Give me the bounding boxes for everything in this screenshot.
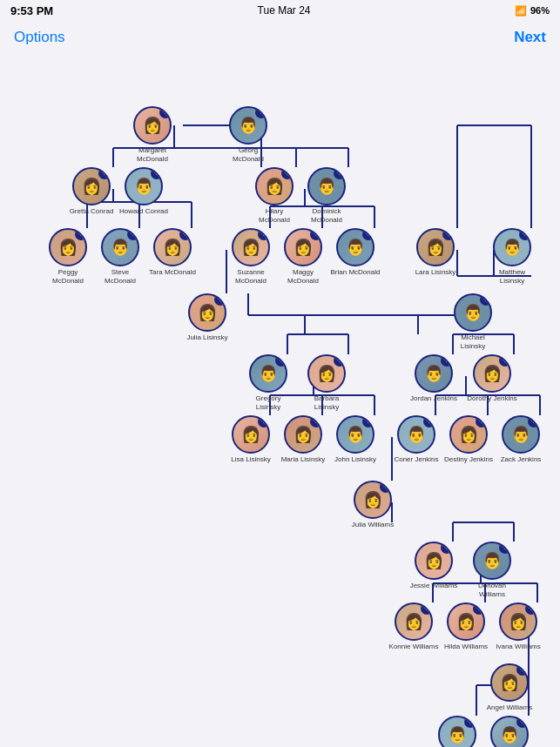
plus-button[interactable]: + — [75, 228, 87, 240]
person-coner[interactable]: + 👨 Coner Jenkins — [390, 415, 442, 464]
person-name: Tara McDonald — [149, 268, 196, 277]
person-avatar: + 👨 — [125, 167, 163, 205]
person-jordan[interactable]: + 👨 Jordan Jenkins — [408, 354, 460, 403]
person-donovan[interactable]: + 👨 Donovan Williams — [466, 542, 518, 598]
plus-button[interactable]: + — [473, 602, 485, 615]
plus-button[interactable]: + — [159, 106, 172, 118]
person-hilary[interactable]: + 👩 Hilary McDonald — [248, 167, 300, 224]
plus-button[interactable]: + — [480, 293, 492, 306]
plus-button[interactable]: + — [310, 228, 322, 240]
person-name: Coner Jenkins — [394, 455, 438, 464]
status-time: 9:53 PM — [10, 4, 53, 17]
person-destiny[interactable]: + 👩 Destiny Jenkins — [442, 415, 495, 464]
person-michael[interactable]: + 👨 Michael Lisinsky — [447, 293, 499, 350]
person-joshua[interactable]: + 👨 Joshua Williams — [431, 716, 483, 747]
person-gregory[interactable]: + 👨 Gregory Lisinsky — [242, 354, 294, 411]
next-button[interactable]: Next — [514, 29, 546, 46]
person-avatar: + 👩 — [232, 228, 270, 266]
plus-button[interactable]: + — [255, 106, 267, 118]
person-name: Lara Lisinsky — [415, 268, 456, 277]
person-peggy[interactable]: + 👩 Peggy McDonald — [42, 228, 94, 285]
person-avatar: + 👨 — [415, 354, 453, 393]
plus-button[interactable]: + — [281, 167, 293, 179]
plus-button[interactable]: + — [258, 415, 270, 427]
plus-button[interactable]: + — [464, 716, 476, 728]
person-dorothy[interactable]: + 👩 Dorothy Jenkins — [466, 354, 518, 403]
person-maggy[interactable]: + 👩 Maggy McDonald — [277, 228, 329, 285]
plus-button[interactable]: + — [519, 228, 531, 240]
person-georg[interactable]: + 👨 Georg McDonald — [222, 106, 274, 163]
plus-button[interactable]: + — [516, 663, 529, 676]
person-name: Angel Williams — [487, 703, 532, 712]
plus-button[interactable]: + — [423, 415, 435, 427]
person-jessie[interactable]: + 👩 Jessie Williams — [408, 542, 460, 590]
person-avatar: + 👨 — [229, 106, 267, 145]
person-tara[interactable]: + 👩 Tara McDonald — [146, 228, 199, 277]
plus-button[interactable]: + — [334, 354, 346, 367]
plus-button[interactable]: + — [127, 228, 139, 240]
person-avatar: + 👨 — [438, 716, 476, 747]
plus-button[interactable]: + — [442, 228, 455, 240]
plus-button[interactable]: + — [179, 228, 192, 240]
person-lisa[interactable]: + 👩 Lisa Lisinsky — [225, 415, 277, 464]
plus-button[interactable]: + — [362, 415, 374, 427]
plus-button[interactable]: + — [258, 228, 270, 240]
plus-button[interactable]: + — [214, 293, 226, 306]
person-dominick[interactable]: + 👨 Dominick McDonald — [300, 167, 353, 224]
person-zack[interactable]: + 👨 Zack Jenkins — [495, 415, 547, 464]
person-avatar: + 👨 — [397, 415, 435, 454]
person-name: Donovan Williams — [467, 582, 517, 598]
person-avatar: + 👨 — [336, 228, 374, 266]
plus-button[interactable]: + — [441, 354, 453, 367]
person-steve[interactable]: + 👨 Steve McDonald — [94, 228, 146, 285]
person-margaret[interactable]: + 👩 Margaret McDonald — [126, 106, 179, 163]
plus-button[interactable]: + — [151, 167, 163, 179]
plus-button[interactable]: + — [476, 415, 488, 427]
person-name: Jordan Jenkins — [410, 394, 457, 403]
person-ivana[interactable]: + 👩 Ivana Williams — [492, 602, 544, 651]
person-avatar: + 👩 — [72, 167, 111, 205]
plus-button[interactable]: + — [525, 602, 537, 615]
person-angel[interactable]: + 👩 Angel Williams — [483, 663, 536, 712]
person-avatar: + 👩 — [415, 542, 453, 580]
plus-button[interactable]: + — [499, 354, 511, 367]
plus-button[interactable]: + — [528, 415, 540, 427]
plus-button[interactable]: + — [421, 602, 433, 615]
person-name: Lisa Lisinsky — [231, 455, 270, 464]
plus-button[interactable]: + — [362, 228, 374, 240]
person-julia[interactable]: + 👩 Julia Lisinsky — [181, 293, 233, 342]
person-name: Steve McDonald — [95, 268, 145, 285]
plus-button[interactable]: + — [441, 542, 453, 554]
plus-button[interactable]: + — [310, 415, 322, 427]
person-barbara[interactable]: + 👩 Barbara Lisinsky — [300, 354, 353, 411]
person-howard[interactable]: + 👨 Howard Conrad — [118, 167, 170, 216]
person-gretta[interactable]: + 👩 Gretta Conrad — [65, 167, 118, 216]
person-avatar: + 👩 — [153, 228, 192, 266]
person-name: Zack Jenkins — [501, 455, 542, 464]
person-maria[interactable]: + 👩 Maria Lisinsky — [277, 415, 329, 464]
plus-button[interactable]: + — [98, 167, 111, 179]
options-button[interactable]: Options — [14, 29, 65, 46]
person-mark[interactable]: + 👨 Mark Williams — [483, 716, 536, 747]
plus-button[interactable]: + — [499, 542, 511, 554]
person-avatar: + 👩 — [188, 293, 226, 332]
person-matthew[interactable]: + 👨 Matthew Lisinsky — [486, 228, 538, 285]
plus-button[interactable]: + — [516, 716, 529, 728]
person-brian[interactable]: + 👨 Brian McDonald — [329, 228, 381, 277]
person-julia2[interactable]: + 👩 Julia Williams — [347, 481, 399, 529]
person-name: Georg McDonald — [223, 146, 273, 163]
person-name: Hilary McDonald — [249, 207, 300, 224]
status-day: Tue Mar 24 — [258, 4, 311, 17]
plus-button[interactable]: + — [275, 354, 287, 367]
plus-button[interactable]: + — [334, 167, 346, 179]
person-john[interactable]: + 👨 John Lisinsky — [329, 415, 381, 464]
person-lara[interactable]: + 👩 Lara Lisinsky — [409, 228, 462, 277]
person-hilda[interactable]: + 👩 Hilda Williams — [440, 602, 492, 651]
person-name: Ivana Williams — [496, 643, 541, 651]
battery-icon: 96% — [530, 5, 550, 16]
plus-button[interactable]: + — [380, 481, 392, 493]
person-konnie[interactable]: + 👩 Konnie Williams — [388, 602, 440, 651]
person-avatar: + 👨 — [454, 293, 492, 332]
person-suzanne[interactable]: + 👩 Suzanne McDonald — [225, 228, 277, 285]
person-avatar: + 👩 — [354, 481, 392, 519]
